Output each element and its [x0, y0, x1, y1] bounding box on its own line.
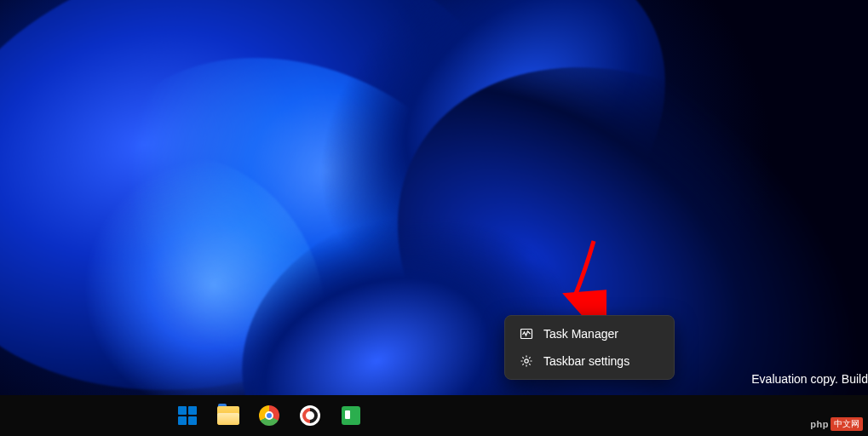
gear-icon [520, 354, 533, 368]
menu-item-label: Taskbar settings [543, 354, 629, 368]
svg-point-1 [525, 359, 528, 363]
php-watermark-badge: php 中文网 [810, 417, 863, 431]
taskbar-app-chrome[interactable] [252, 399, 286, 433]
start-button[interactable] [170, 399, 204, 433]
performance-icon [520, 327, 533, 341]
annotation-arrow [555, 237, 606, 321]
taskbar-app-file-explorer[interactable] [211, 399, 245, 433]
taskbar-app-opera[interactable] [293, 399, 327, 433]
evaluation-watermark: Evaluation copy. Build [751, 371, 868, 387]
taskbar-context-menu: Task Manager Taskbar settings [504, 315, 675, 380]
taskbar-app-green[interactable] [334, 399, 368, 433]
wallpaper [0, 0, 868, 395]
menu-item-task-manager[interactable]: Task Manager [509, 320, 670, 347]
menu-item-label: Task Manager [543, 327, 618, 341]
menu-item-taskbar-settings[interactable]: Taskbar settings [509, 347, 670, 375]
opera-icon [300, 405, 320, 426]
chrome-icon [259, 405, 279, 426]
file-explorer-icon [217, 406, 239, 425]
windows-logo-icon [178, 406, 197, 425]
desktop[interactable]: Task Manager Taskbar settings Evaluation… [0, 0, 868, 436]
taskbar[interactable] [0, 395, 868, 436]
green-app-icon [342, 406, 360, 425]
